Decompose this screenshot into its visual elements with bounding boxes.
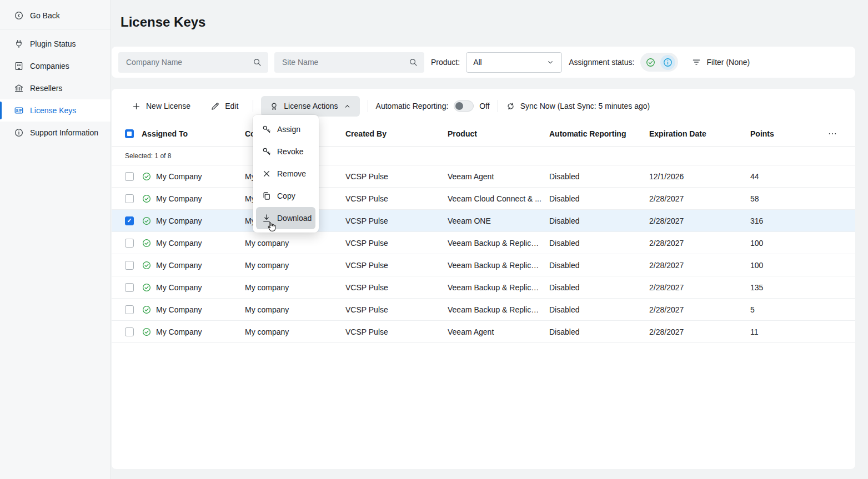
assigned-status-button[interactable] bbox=[643, 55, 658, 70]
edit-label: Edit bbox=[225, 102, 238, 110]
pencil-icon bbox=[210, 102, 220, 111]
ellipsis-icon bbox=[827, 129, 837, 139]
toolbar-divider bbox=[368, 100, 368, 112]
check-circle-icon bbox=[142, 305, 152, 315]
auto-reporting-cell: Disabled bbox=[549, 283, 649, 292]
row-checkbox[interactable] bbox=[125, 327, 134, 336]
resellers-icon bbox=[14, 83, 24, 93]
menu-item-copy[interactable]: Copy bbox=[256, 185, 315, 207]
check-circle-icon bbox=[142, 327, 152, 337]
menu-item-revoke[interactable]: Revoke bbox=[256, 140, 315, 163]
created-by-cell: VCSP Pulse bbox=[345, 194, 448, 203]
col-assigned-to: Assigned To bbox=[142, 129, 245, 138]
created-by-cell: VCSP Pulse bbox=[345, 305, 448, 314]
table-row[interactable]: My Company My company VCSP Pulse Veeam A… bbox=[112, 321, 855, 343]
sidebar-item-label: License Keys bbox=[30, 106, 76, 115]
expiration-cell: 2/28/2027 bbox=[649, 327, 750, 336]
table-row[interactable]: My Company My company VCSP Pulse Veeam A… bbox=[112, 165, 855, 188]
chevron-up-icon bbox=[343, 102, 352, 110]
table-row[interactable]: My Company My company VCSP Pulse Veeam B… bbox=[112, 254, 855, 276]
header-checkbox[interactable] bbox=[125, 129, 134, 138]
assigned-to-cell: My Company bbox=[142, 260, 245, 270]
table-row[interactable]: My Company My company VCSP Pulse Veeam O… bbox=[112, 210, 855, 232]
menu-item-label: Copy bbox=[277, 191, 295, 200]
menu-item-download[interactable]: Download bbox=[256, 207, 315, 229]
site-search-input[interactable] bbox=[274, 52, 424, 73]
row-checkbox[interactable] bbox=[125, 305, 134, 314]
edit-button[interactable]: Edit bbox=[204, 97, 245, 116]
check-circle-icon bbox=[142, 216, 152, 226]
sidebar-item-label: Companies bbox=[30, 62, 69, 70]
unassigned-status-button[interactable] bbox=[660, 55, 675, 70]
license-table-card: New License Edit License Actions Automat… bbox=[112, 89, 855, 469]
assigned-to-cell: My Company bbox=[142, 194, 245, 204]
back-icon bbox=[14, 11, 24, 21]
product-select[interactable]: All bbox=[466, 52, 562, 73]
expiration-cell: 2/28/2027 bbox=[649, 283, 750, 292]
row-checkbox[interactable] bbox=[125, 261, 134, 270]
menu-item-remove[interactable]: Remove bbox=[256, 163, 315, 185]
filter-button[interactable]: Filter (None) bbox=[691, 57, 750, 67]
points-cell: 316 bbox=[750, 216, 825, 225]
menu-item-assign[interactable]: Assign bbox=[256, 118, 315, 140]
company-cell: My company bbox=[245, 327, 345, 336]
sidebar-item-go-back[interactable]: Go Back bbox=[0, 4, 111, 27]
new-license-label: New License bbox=[146, 102, 190, 110]
created-by-cell: VCSP Pulse bbox=[345, 216, 448, 225]
auto-reporting-cell: Disabled bbox=[549, 327, 649, 336]
more-columns-button[interactable] bbox=[825, 127, 840, 141]
points-cell: 58 bbox=[750, 194, 825, 203]
auto-reporting-cell: Disabled bbox=[549, 305, 649, 314]
sidebar-item-label: Support Information bbox=[30, 128, 98, 137]
new-license-button[interactable]: New License bbox=[125, 97, 197, 116]
points-cell: 135 bbox=[750, 283, 825, 292]
selected-summary: Selected: 1 of 8 bbox=[112, 147, 855, 165]
assigned-to-cell: My Company bbox=[142, 305, 245, 315]
company-cell: My company bbox=[245, 261, 345, 270]
table-row[interactable]: My Company My company VCSP Pulse Veeam C… bbox=[112, 188, 855, 210]
license-badge-icon bbox=[269, 102, 279, 111]
col-created-by: Created By bbox=[345, 129, 448, 138]
sync-now-button[interactable]: Sync Now (Last Sync: 5 minutes ago) bbox=[506, 102, 650, 111]
company-search-input[interactable] bbox=[118, 52, 268, 73]
filter-bar: Product: All Assignment status: Filter (… bbox=[112, 47, 855, 78]
site-search bbox=[274, 52, 424, 73]
menu-item-label: Download bbox=[277, 214, 312, 223]
sidebar-item-resellers[interactable]: Resellers bbox=[0, 77, 111, 99]
license-actions-menu: Assign Revoke Remove Copy Download bbox=[253, 115, 319, 233]
row-checkbox[interactable] bbox=[125, 239, 134, 248]
license-actions-button[interactable]: License Actions bbox=[261, 96, 359, 117]
table-row[interactable]: My Company My company VCSP Pulse Veeam B… bbox=[112, 232, 855, 254]
sidebar-item-support-information[interactable]: Support Information bbox=[0, 122, 111, 144]
auto-reporting-cell: Disabled bbox=[549, 239, 649, 248]
table-row[interactable]: My Company My company VCSP Pulse Veeam B… bbox=[112, 299, 855, 321]
expiration-cell: 2/28/2027 bbox=[649, 216, 750, 225]
info-circle-icon bbox=[663, 57, 673, 68]
info-icon bbox=[14, 128, 24, 138]
sync-icon bbox=[506, 102, 515, 111]
sidebar-item-label: Go Back bbox=[30, 11, 60, 20]
companies-icon bbox=[14, 61, 24, 71]
check-circle-icon bbox=[142, 172, 152, 181]
key-icon bbox=[262, 147, 272, 157]
table-header: Assigned To Company Created By Product A… bbox=[112, 121, 855, 147]
expiration-cell: 2/28/2027 bbox=[649, 305, 750, 314]
expiration-cell: 2/28/2027 bbox=[649, 261, 750, 270]
sidebar-item-companies[interactable]: Companies bbox=[0, 55, 111, 77]
table-row[interactable]: My Company My company VCSP Pulse Veeam B… bbox=[112, 276, 855, 299]
row-checkbox[interactable] bbox=[125, 194, 134, 203]
col-expiration-date: Expiration Date bbox=[649, 129, 750, 138]
company-cell: My company bbox=[245, 305, 345, 314]
sidebar-item-plugin-status[interactable]: Plugin Status bbox=[0, 33, 111, 55]
product-cell: Veeam Agent bbox=[448, 327, 549, 336]
expiration-cell: 2/28/2027 bbox=[649, 239, 750, 248]
expiration-cell: 2/28/2027 bbox=[649, 194, 750, 203]
assigned-to-cell: My Company bbox=[142, 283, 245, 293]
auto-reporting-toggle[interactable] bbox=[454, 100, 474, 112]
row-checkbox[interactable] bbox=[125, 172, 134, 181]
row-checkbox[interactable] bbox=[125, 283, 134, 292]
row-checkbox[interactable] bbox=[125, 216, 134, 225]
assigned-to-cell: My Company bbox=[142, 238, 245, 248]
sidebar-item-license-keys[interactable]: License Keys bbox=[0, 99, 111, 122]
toolbar-divider bbox=[498, 100, 498, 112]
